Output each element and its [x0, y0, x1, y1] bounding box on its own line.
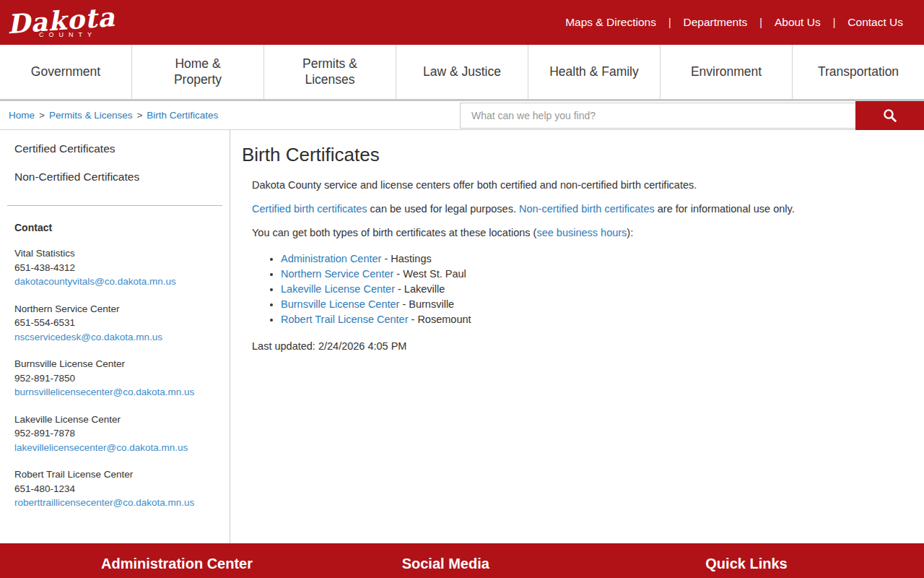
footer-heading-quick-links: Quick Links — [705, 555, 924, 572]
contact-name: Northern Service Center — [14, 302, 215, 316]
nav-item-home-property[interactable]: Home & Property — [132, 45, 264, 99]
contact-email-link[interactable]: nscservicedesk@co.dakota.mn.us — [14, 330, 162, 345]
footer-heading-administration-center: Administration Center — [101, 555, 308, 572]
list-item-burnsville-license-center: Burnsville License Center - Burnsville — [281, 297, 895, 311]
dakota-county-logo[interactable]: Dakota COUNTY — [7, 7, 115, 38]
footer-column-social-media: Social Media — [308, 543, 616, 578]
contact-phone: 651-554-6531 — [14, 316, 215, 330]
list-item-lakeville-license-center: Lakeville License Center - Lakeville — [281, 282, 895, 296]
contact-email-link[interactable]: lakevillelicensecenter@co.dakota.mn.us — [14, 441, 188, 455]
utility-separator: | — [754, 17, 768, 28]
left-sidebar: Certified Certificates Non-Certified Cer… — [0, 130, 230, 543]
contact-group-northern-service-center: Northern Service Center 651-554-6531 nsc… — [14, 302, 215, 345]
footer-column-administration-center: Administration Center — [0, 543, 308, 578]
search-icon — [882, 108, 898, 124]
list-item-robert-trail-license-center: Robert Trail License Center - Rosemount — [281, 312, 895, 327]
locations-intro-paragraph: You can get both types of birth certific… — [252, 225, 895, 240]
utility-link-departments[interactable]: Departments — [677, 16, 754, 29]
nav-item-environment[interactable]: Environment — [661, 45, 793, 99]
contact-phone: 952-891-7878 — [14, 426, 215, 441]
logo-wordmark: Dakota — [6, 4, 116, 37]
last-updated-text: Last updated: 2/24/2026 4:05 PM — [252, 339, 895, 353]
utility-link-about-us[interactable]: About Us — [768, 16, 827, 29]
footer-column-quick-links: Quick Links — [616, 543, 924, 578]
main-nav: Government Home & Property Permits & Lic… — [0, 45, 924, 101]
see-business-hours-link[interactable]: see business hours — [536, 227, 627, 238]
contact-name: Burnsville License Center — [14, 357, 215, 371]
breadcrumb: Home > Permits & Licenses > Birth Certif… — [9, 110, 218, 121]
northern-service-center-link[interactable]: Northern Service Center — [281, 268, 393, 280]
intro-paragraph: Dakota County service and license center… — [252, 178, 895, 192]
utility-separator: | — [663, 17, 677, 28]
footer-heading-social-media: Social Media — [402, 555, 616, 572]
burnsville-license-center-link[interactable]: Burnsville License Center — [281, 298, 399, 310]
certified-birth-certificates-link[interactable]: Certified birth certificates — [252, 203, 367, 215]
search-input[interactable] — [460, 103, 855, 129]
contact-group-lakeville-license-center: Lakeville License Center 952-891-7878 la… — [14, 413, 215, 455]
nav-item-permits-licenses[interactable]: Permits & Licenses — [264, 45, 396, 99]
contact-email-link[interactable]: roberttraillicensecenter@co.dakota.mn.us — [14, 496, 194, 510]
contact-phone: 651-438-4312 — [14, 261, 215, 275]
administration-center-link[interactable]: Administration Center — [281, 253, 381, 264]
contact-phone: 651-480-1234 — [14, 482, 215, 496]
breadcrumb-separator: > — [136, 110, 142, 121]
contact-email-link[interactable]: dakotacountyvitals@co.dakota.mn.us — [14, 275, 176, 289]
non-certified-birth-certificates-link[interactable]: Non-certified birth certificates — [519, 203, 655, 215]
breadcrumb-separator: > — [39, 110, 45, 121]
list-item-administration-center: Administration Center - Hastings — [281, 251, 895, 266]
utility-link-maps-directions[interactable]: Maps & Directions — [559, 16, 663, 29]
site-search — [460, 101, 924, 130]
contact-name: Lakeville License Center — [14, 413, 215, 427]
breadcrumb-home[interactable]: Home — [9, 110, 35, 121]
list-item-northern-service-center: Northern Service Center - West St. Paul — [281, 267, 895, 281]
page-title: Birth Certificates — [242, 144, 895, 166]
contact-group-robert-trail-license-center: Robert Trail License Center 651-480-1234… — [14, 467, 215, 510]
content-area: Certified Certificates Non-Certified Cer… — [0, 130, 924, 543]
top-header-bar: Dakota COUNTY Maps & Directions | Depart… — [0, 0, 924, 45]
certificate-types-paragraph: Certified birth certificates can be used… — [252, 202, 895, 216]
contact-name: Robert Trail License Center — [14, 467, 215, 482]
contact-heading: Contact — [14, 222, 215, 233]
robert-trail-license-center-link[interactable]: Robert Trail License Center — [281, 314, 409, 325]
contact-name: Vital Statistics — [14, 246, 215, 261]
contact-group-vital-statistics: Vital Statistics 651-438-4312 dakotacoun… — [14, 246, 215, 289]
utility-separator: | — [827, 17, 842, 28]
breadcrumb-permits-licenses[interactable]: Permits & Licenses — [49, 110, 133, 121]
contact-phone: 952-891-7850 — [14, 371, 215, 386]
contact-group-burnsville-license-center: Burnsville License Center 952-891-7850 b… — [14, 357, 215, 400]
sidebar-link-certified-certificates[interactable]: Certified Certificates — [14, 141, 215, 157]
nav-item-government[interactable]: Government — [0, 45, 132, 99]
main-content: Birth Certificates Dakota County service… — [230, 130, 924, 543]
locations-list: Administration Center - Hastings Norther… — [252, 251, 895, 327]
breadcrumb-search-row: Home > Permits & Licenses > Birth Certif… — [0, 101, 924, 130]
sidebar-link-non-certified-certificates[interactable]: Non-Certified Certificates — [14, 169, 215, 185]
utility-nav: Maps & Directions | Departments | About … — [559, 16, 910, 29]
lakeville-license-center-link[interactable]: Lakeville License Center — [281, 283, 395, 295]
sidebar-divider — [7, 205, 222, 206]
search-button[interactable] — [855, 101, 924, 130]
page-footer: Administration Center Social Media Quick… — [0, 543, 924, 578]
contact-email-link[interactable]: burnsvillelicensecenter@co.dakota.mn.us — [14, 385, 194, 400]
nav-item-law-justice[interactable]: Law & Justice — [396, 45, 528, 99]
nav-item-health-family[interactable]: Health & Family — [528, 45, 661, 99]
nav-item-transportation[interactable]: Transportation — [793, 45, 924, 99]
breadcrumb-birth-certificates[interactable]: Birth Certificates — [147, 110, 218, 121]
utility-link-contact-us[interactable]: Contact Us — [841, 16, 910, 29]
